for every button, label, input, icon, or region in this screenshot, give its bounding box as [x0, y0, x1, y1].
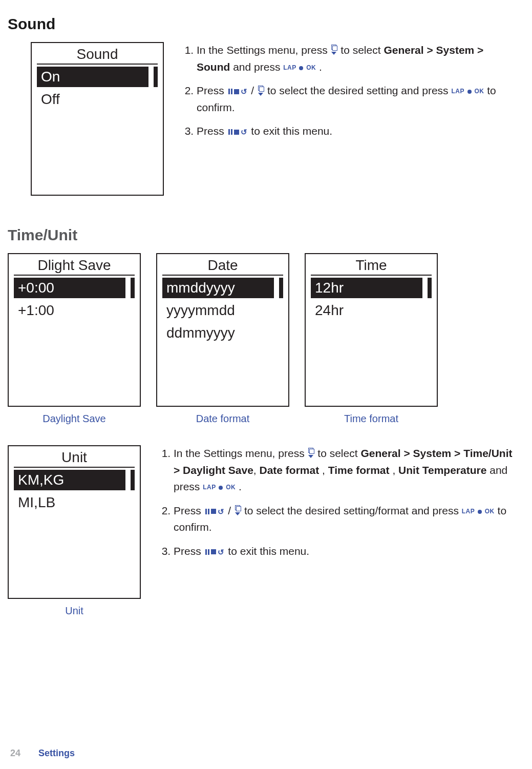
- time-caption: Time format: [344, 413, 398, 425]
- sound-step-2: Press ↺ / to select the desired setting …: [197, 82, 517, 116]
- date-option-0: mmddyyyy: [162, 278, 283, 298]
- back-icon: ↺: [205, 508, 224, 515]
- page-down-icon: [308, 448, 313, 458]
- time-title: Time: [311, 257, 432, 274]
- lap-ok-icon: LAP OK: [451, 88, 484, 95]
- sound-instructions: In the Settings menu, press to select Ge…: [184, 42, 517, 147]
- sound-step-3: Press ↺ to exit this menu.: [197, 123, 517, 140]
- timeunit-step-2: Press ↺ / to select the desired setting/…: [174, 503, 517, 536]
- dlight-save-title: Dlight Save: [14, 257, 135, 274]
- time-option-1: 24hr: [311, 300, 432, 321]
- dlight-option-1: +1:00: [14, 300, 135, 321]
- unit-option-0: KM,KG: [14, 470, 135, 490]
- lap-ok-icon: LAP OK: [462, 508, 495, 515]
- timeunit-step-1: In the Settings menu, press to select Ge…: [174, 445, 517, 495]
- time-screen: Time 12hr 24hr: [305, 253, 438, 407]
- timeunit-instructions: In the Settings menu, press to select Ge…: [161, 445, 517, 567]
- time-option-0: 12hr: [311, 278, 432, 298]
- date-option-2: ddmmyyyy: [162, 323, 283, 343]
- back-icon: ↺: [228, 88, 247, 95]
- date-screen: Date mmddyyyy yyyymmdd ddmmyyyy: [156, 253, 289, 407]
- page-down-icon: [258, 86, 263, 96]
- timeunit-step-3: Press ↺ to exit this menu.: [174, 543, 517, 560]
- page-down-icon: [331, 45, 336, 55]
- sound-heading: Sound: [8, 15, 517, 33]
- page-down-icon: [235, 505, 240, 515]
- dlight-caption: Daylight Save: [42, 413, 105, 425]
- dlight-option-0: +0:00: [14, 278, 135, 298]
- sound-screen: Sound On Off: [31, 42, 164, 196]
- date-title: Date: [162, 257, 283, 274]
- back-icon: ↺: [205, 548, 224, 556]
- sound-step-1: In the Settings menu, press to select Ge…: [197, 42, 517, 75]
- unit-option-1: MI,LB: [14, 492, 135, 513]
- sound-option-on: On: [37, 67, 158, 87]
- dlight-save-screen: Dlight Save +0:00 +1:00: [8, 253, 141, 407]
- sound-option-off: Off: [37, 89, 158, 110]
- back-icon: ↺: [228, 128, 247, 136]
- unit-screen: Unit KM,KG MI,LB: [8, 445, 141, 599]
- lap-ok-icon: LAP OK: [283, 64, 316, 71]
- timeunit-heading: Time/Unit: [8, 226, 517, 244]
- date-caption: Date format: [196, 413, 249, 425]
- lap-ok-icon: LAP OK: [203, 484, 236, 491]
- unit-caption: Unit: [65, 605, 83, 617]
- sound-screen-title: Sound: [37, 46, 158, 63]
- date-option-1: yyyymmdd: [162, 300, 283, 321]
- unit-title: Unit: [14, 449, 135, 466]
